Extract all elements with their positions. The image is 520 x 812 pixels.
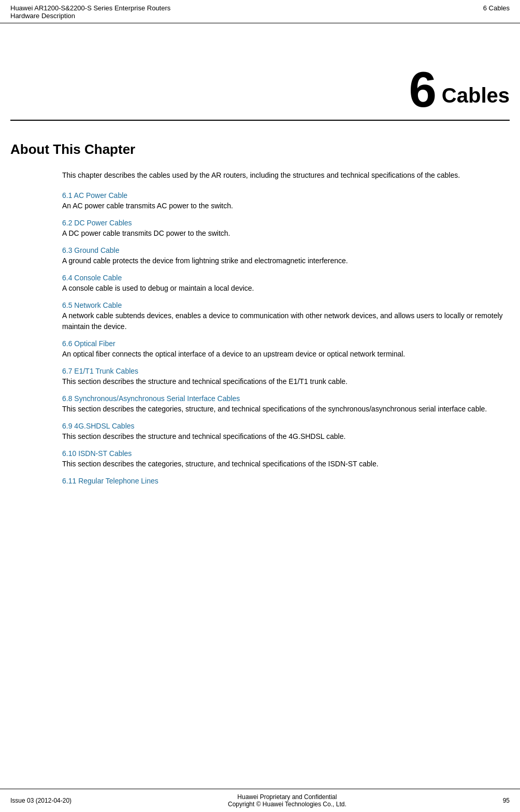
toc-link-6-8[interactable]: 6.8 Synchronous/Asynchronous Serial Inte…	[62, 394, 510, 403]
about-chapter-title: About This Chapter	[10, 141, 510, 158]
footer-page-number: 95	[503, 797, 510, 804]
chapter-word: Cables	[442, 84, 510, 115]
header-left: Huawei AR1200-S&2200-S Series Enterprise…	[10, 4, 170, 20]
toc-link-6-3[interactable]: 6.3 Ground Cable	[62, 246, 510, 254]
intro-text: This chapter describes the cables used b…	[62, 170, 510, 181]
list-item: 6.9 4G.SHDSL Cables This section describ…	[62, 422, 510, 442]
toc-desc-6-3: A ground cable protects the device from …	[62, 257, 348, 265]
header-title-line2: Hardware Description	[10, 12, 170, 20]
toc-link-6-10[interactable]: 6.10 ISDN-ST Cables	[62, 449, 510, 458]
list-item: 6.10 ISDN-ST Cables This section describ…	[62, 449, 510, 469]
toc-desc-6-10: This section describes the categories, s…	[62, 460, 379, 468]
toc-link-6-2[interactable]: 6.2 DC Power Cables	[62, 219, 510, 227]
toc-desc-6-7: This section describes the structure and…	[62, 377, 348, 386]
toc-link-6-7[interactable]: 6.7 E1/T1 Trunk Cables	[62, 367, 510, 375]
list-item: 6.4 Console Cable A console cable is use…	[62, 274, 510, 294]
footer-copyright-line2: Copyright © Huawei Technologies Co., Ltd…	[71, 801, 503, 808]
footer-issue: Issue 03 (2012-04-20)	[10, 797, 71, 804]
page-header: Huawei AR1200-S&2200-S Series Enterprise…	[0, 0, 520, 23]
toc-link-6-9[interactable]: 6.9 4G.SHDSL Cables	[62, 422, 510, 430]
toc-desc-6-5: A network cable subtends devices, enable…	[62, 311, 503, 331]
list-item: 6.5 Network Cable A network cable subten…	[62, 301, 510, 332]
list-item: 6.6 Optical Fiber An optical fiber conne…	[62, 339, 510, 360]
list-item: 6.8 Synchronous/Asynchronous Serial Inte…	[62, 394, 510, 415]
header-title-line1: Huawei AR1200-S&2200-S Series Enterprise…	[10, 4, 170, 12]
list-item: 6.3 Ground Cable A ground cable protects…	[62, 246, 510, 266]
list-item: 6.11 Regular Telephone Lines	[62, 477, 510, 485]
footer-copyright: Huawei Proprietary and Confidential Copy…	[71, 793, 503, 808]
list-item: 6.2 DC Power Cables A DC power cable tra…	[62, 219, 510, 239]
toc-desc-6-1: An AC power cable transmits AC power to …	[62, 202, 233, 210]
toc-link-6-6[interactable]: 6.6 Optical Fiber	[62, 339, 510, 348]
toc-desc-6-2: A DC power cable transmits DC power to t…	[62, 229, 230, 237]
toc-desc-6-9: This section describes the structure and…	[62, 432, 345, 440]
page-container: Huawei AR1200-S&2200-S Series Enterprise…	[0, 0, 520, 812]
page-footer: Issue 03 (2012-04-20) Huawei Proprietary…	[0, 789, 520, 812]
toc-link-6-5[interactable]: 6.5 Network Cable	[62, 301, 510, 309]
toc-desc-6-6: An optical fiber connects the optical in…	[62, 350, 405, 358]
header-chapter-label: 6 Cables	[483, 4, 510, 12]
list-item: 6.7 E1/T1 Trunk Cables This section desc…	[62, 367, 510, 387]
toc-section: 6.1 AC Power Cable An AC power cable tra…	[62, 191, 510, 492]
list-item: 6.1 AC Power Cable An AC power cable tra…	[62, 191, 510, 211]
footer-copyright-line1: Huawei Proprietary and Confidential	[71, 793, 503, 801]
toc-link-6-11[interactable]: 6.11 Regular Telephone Lines	[62, 477, 510, 485]
toc-link-6-1[interactable]: 6.1 AC Power Cable	[62, 191, 510, 200]
toc-link-6-4[interactable]: 6.4 Console Cable	[62, 274, 510, 282]
toc-desc-6-4: A console cable is used to debug or main…	[62, 284, 254, 292]
chapter-heading-area: 6 Cables	[10, 34, 510, 121]
toc-desc-6-8: This section describes the categories, s…	[62, 405, 487, 413]
chapter-number: 6	[409, 65, 436, 115]
page-content: 6 Cables About This Chapter This chapter…	[0, 23, 520, 789]
